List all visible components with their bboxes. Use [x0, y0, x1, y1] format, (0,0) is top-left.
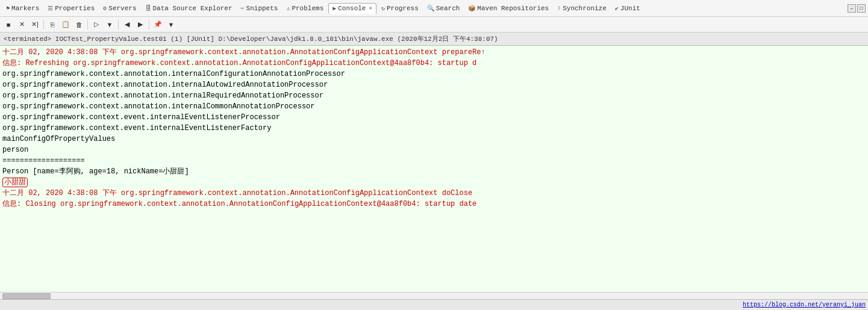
console-line-outlined: 小甜甜: [2, 177, 866, 188]
menu-item-snippets[interactable]: ✂ Snippets: [237, 4, 282, 13]
separator-3: [118, 20, 119, 29]
console-line: mainConfigOfPropertyValues: [2, 134, 866, 144]
junit-icon: ✔: [615, 5, 619, 12]
menu-item-search[interactable]: 🔍 Search: [423, 4, 464, 13]
separator-2: [87, 20, 88, 29]
servers-icon: ⚙: [103, 5, 107, 12]
console-line: org.springframework.context.event.intern…: [2, 112, 866, 123]
console-line: Person [name=李阿购, age=18, nickName=小甜甜]: [2, 166, 866, 177]
problems-icon: ⚠: [286, 5, 290, 12]
maven-icon: 📦: [468, 5, 475, 12]
pin-button[interactable]: 📌: [152, 19, 164, 31]
paste-button[interactable]: 📋: [60, 19, 72, 31]
minimize-button[interactable]: —: [848, 4, 856, 13]
maximize-button[interactable]: □: [857, 4, 866, 13]
dropdown-button[interactable]: ▼: [104, 19, 116, 31]
console-line: person: [2, 144, 866, 155]
toolbar: ■ ✕ ✕| ⎘ 📋 🗑 ▷ ▼ ◀ ▶ 📌 ▼: [0, 17, 868, 33]
console-close-icon[interactable]: ✕: [369, 5, 372, 11]
synchronize-icon: ↕: [557, 5, 561, 11]
bottom-link[interactable]: https://blog.csdn.net/yeranyi_juan: [743, 302, 866, 308]
console-line: org.springframework.context.annotation.i…: [2, 90, 866, 101]
console-line: 信息: Refreshing org.springframework.conte…: [2, 58, 866, 69]
console-line: 十二月 02, 2020 4:38:08 下午 org.springframew…: [2, 188, 866, 199]
separator-1: [43, 20, 44, 29]
datasource-icon: 🗄: [145, 5, 151, 12]
search-icon: 🔍: [427, 5, 434, 12]
options-button[interactable]: ▼: [165, 19, 177, 31]
console-line: 信息: Closing org.springframework.context.…: [2, 199, 866, 209]
window-controls: — □: [848, 4, 866, 13]
status-bar: <terminated> IOCTest_PropertyValue.test0…: [0, 33, 868, 46]
console-line: org.springframework.context.annotation.i…: [2, 69, 866, 79]
console-icon: ▶: [333, 5, 336, 12]
menu-item-markers[interactable]: ⚑ Markers: [2, 4, 43, 13]
menu-item-servers[interactable]: ⚙ Servers: [99, 4, 140, 13]
horizontal-scrollbar[interactable]: [0, 292, 868, 299]
console-line: ===================: [2, 155, 866, 166]
menu-item-console[interactable]: ▶ Console ✕: [328, 3, 376, 14]
run-button[interactable]: ▷: [90, 19, 102, 31]
copy-button[interactable]: ⎘: [46, 19, 58, 31]
remove-all-button[interactable]: ✕|: [29, 19, 41, 31]
progress-icon: ↻: [381, 5, 385, 12]
menu-item-junit[interactable]: ✔ JUnit: [611, 4, 644, 13]
console-line: org.springframework.context.event.intern…: [2, 123, 866, 134]
stop-button[interactable]: ■: [2, 19, 14, 31]
separator-4: [149, 20, 149, 29]
properties-icon: ☰: [48, 5, 53, 12]
console-line: 十二月 02, 2020 4:38:08 下午 org.springframew…: [2, 47, 866, 58]
snippets-icon: ✂: [241, 5, 245, 12]
outlined-value: 小甜甜: [2, 178, 28, 187]
console-line: org.springframework.context.annotation.i…: [2, 101, 866, 112]
menu-item-maven[interactable]: 📦 Maven Repositories: [464, 4, 552, 13]
scrollbar-thumb[interactable]: [2, 293, 51, 299]
menu-item-datasource[interactable]: 🗄 Data Source Explorer: [142, 4, 236, 13]
close-console-button[interactable]: ✕: [16, 19, 28, 31]
menu-item-problems[interactable]: ⚠ Problems: [283, 4, 327, 13]
menu-item-properties[interactable]: ☰ Properties: [44, 4, 98, 13]
menu-bar: ⚑ Markers ☰ Properties ⚙ Servers 🗄 Data …: [0, 0, 868, 17]
status-text: <terminated> IOCTest_PropertyValue.test0…: [4, 34, 498, 43]
menu-item-synchronize[interactable]: ↕ Synchronize: [554, 4, 610, 13]
console-output[interactable]: 十二月 02, 2020 4:38:08 下午 org.springframew…: [0, 46, 868, 292]
next-button[interactable]: ▶: [134, 19, 146, 31]
console-line: org.springframework.context.annotation.i…: [2, 79, 866, 90]
prev-button[interactable]: ◀: [121, 19, 133, 31]
markers-icon: ⚑: [6, 5, 10, 12]
menu-item-progress[interactable]: ↻ Progress: [378, 4, 422, 13]
clear-button[interactable]: 🗑: [73, 19, 85, 31]
bottom-bar: https://blog.csdn.net/yeranyi_juan: [0, 299, 868, 310]
